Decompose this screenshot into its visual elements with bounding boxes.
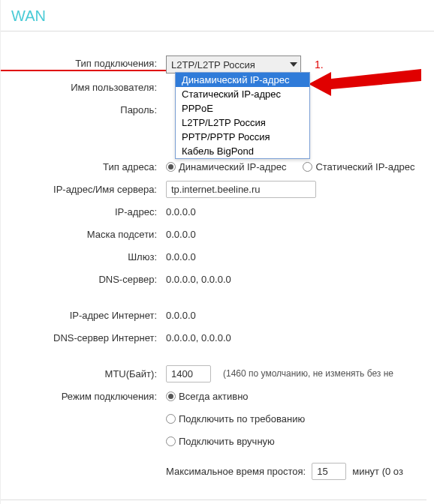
radio-icon (166, 414, 176, 424)
label-ip: IP-адрес: (1, 206, 166, 218)
conn-type-option[interactable]: Статический IP-адрес (176, 87, 309, 101)
value-dns: 0.0.0.0, 0.0.0.0 (166, 274, 231, 285)
value-gateway: 0.0.0.0 (166, 251, 196, 262)
conn-type-option[interactable]: Кабель BigPond (176, 144, 309, 158)
radio-mode-on-demand[interactable]: Подключить по требованию (166, 413, 305, 424)
radio-icon (166, 392, 176, 401)
radio-mode-manual-label: Подключить вручную (179, 436, 275, 447)
annotation-step-1: 1. (315, 58, 324, 70)
idle-input[interactable] (312, 463, 346, 480)
value-ip: 0.0.0.0 (166, 206, 196, 218)
label-conn-type: Тип подключения: (1, 58, 166, 71)
radio-mode-on-demand-label: Подключить по требованию (179, 413, 305, 424)
value-dns-internet: 0.0.0.0, 0.0.0.0 (166, 332, 231, 344)
conn-type-option[interactable]: PPPoE (176, 101, 309, 116)
page-title: WAN (1, 0, 434, 31)
label-mtu: MTU(Байт): (1, 368, 166, 380)
label-username: Имя пользователя: (1, 82, 166, 93)
label-gateway: Шлюз: (1, 251, 166, 262)
mtu-input[interactable] (166, 365, 211, 382)
divider (1, 500, 426, 500)
radio-mode-always[interactable]: Всегда активно (166, 391, 249, 402)
divider (1, 31, 434, 32)
label-max-idle: Максимальное время простоя: (166, 466, 306, 477)
radio-mode-always-label: Всегда активно (179, 391, 249, 402)
mtu-note: (1460 по умолчанию, не изменять без не (223, 368, 393, 379)
radio-mode-manual[interactable]: Подключить вручную (166, 436, 275, 447)
conn-type-option[interactable]: L2TP/L2TP Россия (176, 116, 309, 130)
chevron-down-icon (290, 62, 297, 67)
label-addr-type: Тип адреса: (1, 161, 166, 172)
server-input[interactable] (166, 181, 316, 198)
conn-type-option[interactable]: Динамический IP-адрес (176, 73, 309, 87)
label-ip-internet: IP-адрес Интернет: (1, 310, 166, 321)
radio-icon (303, 162, 312, 172)
label-password: Пароль: (1, 104, 166, 116)
conn-type-dropdown[interactable]: Динамический IP-адресСтатический IP-адре… (175, 72, 310, 159)
conn-type-option[interactable]: PPTP/PPTP Россия (176, 130, 309, 144)
label-dns: DNS-сервер: (1, 274, 166, 285)
label-dns-internet: DNS-сервер Интернет: (1, 332, 166, 344)
radio-static-label: Статический IP-адрес (315, 161, 414, 172)
radio-dynamic-label: Динамический IP-адрес (179, 161, 286, 172)
value-mask: 0.0.0.0 (166, 229, 196, 240)
conn-type-select[interactable]: L2TP/L2TP Россия (166, 56, 301, 74)
conn-type-selected: L2TP/L2TP Россия (171, 59, 255, 70)
label-server: IP-адрес/Имя сервера: (1, 184, 166, 195)
radio-icon (166, 162, 176, 172)
radio-static-ip[interactable]: Статический IP-адрес (303, 161, 414, 172)
radio-icon (166, 436, 176, 446)
label-minutes: минут (0 оз (352, 466, 403, 477)
label-conn-mode: Режим подключения: (1, 391, 166, 402)
value-ip-internet: 0.0.0.0 (166, 310, 196, 321)
radio-dynamic-ip[interactable]: Динамический IP-адрес (166, 161, 286, 172)
label-mask: Маска подсети: (1, 229, 166, 240)
